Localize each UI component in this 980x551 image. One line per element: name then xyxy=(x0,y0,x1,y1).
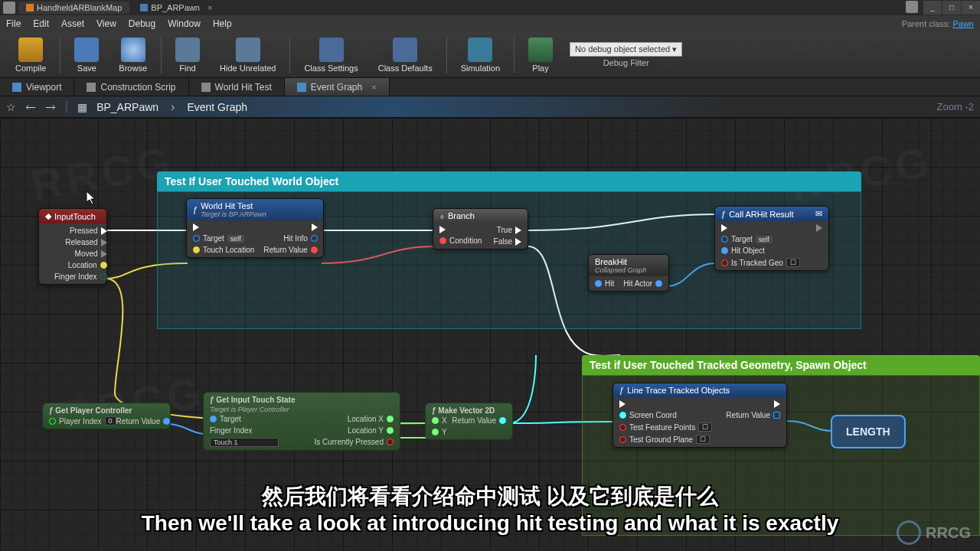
pin-test-ground[interactable]: Test Ground Plane☐ xyxy=(619,435,712,444)
browse-button[interactable]: Browse xyxy=(109,34,156,76)
pin-finger-index[interactable]: Finger Index Touch 1 xyxy=(210,426,279,447)
minimize-button[interactable]: _ xyxy=(923,1,942,15)
pin-location-x[interactable]: Location X xyxy=(348,415,394,423)
function-icon: ƒ xyxy=(193,205,198,214)
pin-return-value[interactable]: Return Value xyxy=(263,246,318,254)
menu-bar: File Edit Asset View Debug Window Help P… xyxy=(0,15,980,32)
pin-condition[interactable]: Condition xyxy=(439,236,482,245)
hide-unrelated-button[interactable]: Hide Unrelated xyxy=(211,34,285,76)
pin-is-tracked-geo[interactable]: Is Tracked Geo☐ xyxy=(721,258,800,267)
pin-player-index[interactable]: Player Index0 xyxy=(49,416,116,425)
menu-help[interactable]: Help xyxy=(213,18,232,29)
node-branch[interactable]: ⬨ Branch Condition True False xyxy=(433,208,528,249)
node-header[interactable]: BreakHit Collapsed Graph xyxy=(589,255,668,276)
breadcrumb-leaf[interactable]: Event Graph xyxy=(187,101,247,113)
pin-pressed[interactable]: Pressed xyxy=(70,227,107,235)
graph-icon xyxy=(297,83,306,92)
pin-exec-in[interactable] xyxy=(439,226,482,233)
forward-icon[interactable]: 🡒 xyxy=(45,101,56,113)
menu-asset[interactable]: Asset xyxy=(61,18,84,29)
pin-hit-info[interactable]: Hit Info xyxy=(283,234,318,243)
pin-released[interactable]: Released xyxy=(65,238,106,246)
pin-exec-out[interactable] xyxy=(774,400,780,408)
close-icon[interactable]: × xyxy=(207,3,212,12)
find-button[interactable]: Find xyxy=(166,34,209,76)
node-header[interactable]: ⬨ Branch xyxy=(433,209,528,223)
pin-touch-location[interactable]: Touch Location xyxy=(193,246,254,254)
pin-x[interactable]: X xyxy=(432,416,447,425)
breadcrumb-bar: ☆ 🡐 🡒 | ▦ BP_ARPawn › Event Graph Zoom -… xyxy=(0,96,980,118)
node-length[interactable]: LENGTH xyxy=(831,415,906,448)
pin-screen-coord[interactable]: Screen Coord xyxy=(619,411,712,419)
close-icon[interactable]: × xyxy=(371,83,376,92)
pin-moved[interactable]: Moved xyxy=(75,249,107,258)
pin-y[interactable]: Y xyxy=(432,428,447,436)
maximize-button[interactable]: □ xyxy=(942,1,961,15)
class-defaults-button[interactable]: Class Defaults xyxy=(369,34,442,76)
compile-button[interactable]: Compile xyxy=(6,34,55,76)
node-header[interactable]: ƒ World Hit Test Target is BP ARPawn xyxy=(187,199,323,220)
pin-target[interactable]: Targetself xyxy=(193,234,254,243)
pin-target[interactable]: Targetself xyxy=(721,235,800,243)
close-button[interactable]: × xyxy=(962,1,980,15)
pin-location[interactable]: Location xyxy=(68,261,107,269)
node-get-input-touch-state[interactable]: ƒ Get Input Touch State Target is Player… xyxy=(203,392,400,451)
tab-event-graph[interactable]: Event Graph × xyxy=(285,78,390,96)
blueprint-icon xyxy=(140,4,148,11)
save-button[interactable]: Save xyxy=(65,34,108,76)
pin-exec-in[interactable] xyxy=(721,224,800,232)
pin-false[interactable]: False xyxy=(494,237,521,246)
pin-return-value[interactable]: Return Value xyxy=(116,416,171,425)
node-call-arhit[interactable]: ƒ Call ARHit Result ✉ Targetself Hit Obj… xyxy=(714,206,829,271)
pin-location-y[interactable]: Location Y xyxy=(348,426,394,435)
node-line-trace[interactable]: ƒ Line Trace Tracked Objects Screen Coor… xyxy=(612,383,787,448)
play-button[interactable]: Play xyxy=(519,34,562,76)
simulation-button[interactable]: Simulation xyxy=(452,34,509,76)
file-tab-map[interactable]: HandheldARBlankMap xyxy=(18,2,129,14)
comment-title[interactable]: Test If User Touched World Object xyxy=(157,171,861,191)
menu-window[interactable]: Window xyxy=(168,18,201,29)
tab-viewport[interactable]: Viewport xyxy=(0,78,74,96)
pin-exec-in[interactable] xyxy=(619,400,712,408)
pin-hit-object[interactable]: Hit Object xyxy=(721,246,800,255)
node-header[interactable]: ◆ InputTouch xyxy=(39,209,106,223)
pin-true[interactable]: True xyxy=(497,226,521,234)
pin-is-pressed[interactable]: Is Currently Pressed xyxy=(314,438,394,446)
node-make-vector-2d[interactable]: ƒ Make Vector 2D X Y Return Value xyxy=(425,403,513,440)
node-header[interactable]: ƒ Call ARHit Result ✉ xyxy=(715,207,828,221)
pin-hit[interactable]: Hit xyxy=(595,279,614,288)
pin-hit-actor[interactable]: Hit Actor xyxy=(623,279,662,288)
file-tab-blueprint[interactable]: BP_ARPawn × xyxy=(132,2,220,14)
toolbar: Compile Save Browse Find Hide Unrelated … xyxy=(0,32,980,78)
debug-filter-label: Debug Filter xyxy=(603,58,649,67)
pin-return-value[interactable]: Return Value xyxy=(452,416,506,425)
pin-target[interactable]: Target xyxy=(210,415,279,423)
parent-class-link[interactable]: Pawn xyxy=(952,19,974,28)
pin-finger-index[interactable]: Finger Index xyxy=(54,272,107,281)
debug-object-select[interactable]: No debug object selected ▾ xyxy=(570,42,682,57)
node-header[interactable]: ƒ Line Trace Tracked Objects xyxy=(613,383,786,397)
star-icon[interactable]: ☆ xyxy=(6,101,16,113)
tab-world-hit[interactable]: World Hit Test xyxy=(189,78,285,96)
class-settings-button[interactable]: Class Settings xyxy=(295,34,367,76)
menu-edit[interactable]: Edit xyxy=(33,18,49,29)
back-icon[interactable]: 🡐 xyxy=(25,101,36,113)
pin-test-feature[interactable]: Test Feature Points☐ xyxy=(619,422,712,432)
pin-exec-out[interactable] xyxy=(816,224,822,232)
tab-construction[interactable]: Construction Scrip xyxy=(74,78,188,96)
breadcrumb-root[interactable]: BP_ARPawn xyxy=(96,101,158,113)
node-world-hit-test[interactable]: ƒ World Hit Test Target is BP ARPawn Tar… xyxy=(186,198,324,258)
pin-exec-in[interactable] xyxy=(193,223,254,231)
function-icon: ƒ xyxy=(619,386,624,395)
menu-file[interactable]: File xyxy=(6,18,21,29)
pin-return-value[interactable]: Return Value xyxy=(726,411,780,419)
comment-title[interactable]: Test if User Touched Tracked Geometry, S… xyxy=(582,355,980,375)
menu-debug[interactable]: Debug xyxy=(129,18,155,29)
menu-view[interactable]: View xyxy=(96,18,116,29)
node-get-player-controller[interactable]: ƒ Get Player Controller Player Index0 Re… xyxy=(42,403,171,429)
graph-canvas[interactable]: RRCG RRCG RRCG Test If User Touched Worl… xyxy=(0,118,980,551)
node-input-touch[interactable]: ◆ InputTouch Pressed Released Moved Loca… xyxy=(38,208,107,285)
watermark-logo: RRCG xyxy=(897,520,971,545)
node-break-hit[interactable]: BreakHit Collapsed Graph Hit Hit Actor xyxy=(588,254,669,292)
pin-exec-out[interactable] xyxy=(312,223,318,231)
